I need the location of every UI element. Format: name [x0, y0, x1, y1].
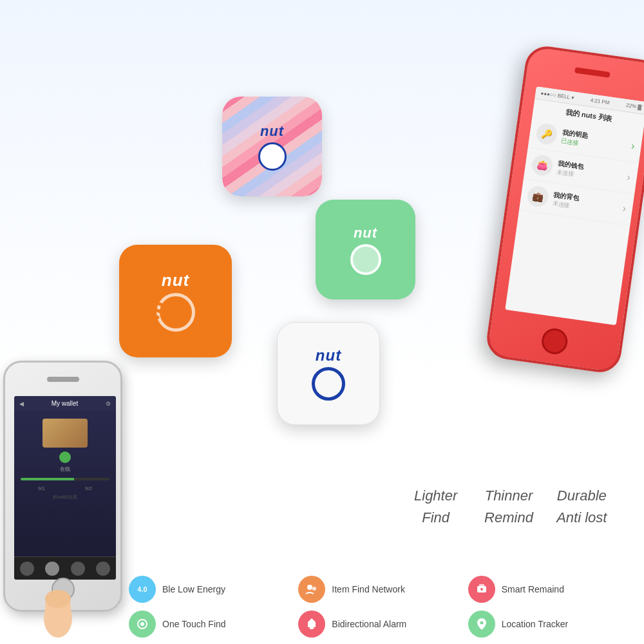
alarm-icon-circle	[298, 611, 325, 638]
icons-area: 4.0 Ble Low Energy Item Find Network	[129, 576, 638, 638]
network-label: Item Find Network	[332, 584, 405, 594]
phone-left-screen: ◀ My wallet ⚙ 在线 9/1 9/2 的nut的位置	[14, 396, 116, 580]
right-list-chevron-2: ›	[626, 171, 631, 184]
ble-label: Ble Low Energy	[162, 584, 225, 594]
icon-item-alarm: Bidirectional Alarm	[298, 611, 468, 638]
nut-label-white: nut	[316, 346, 341, 365]
nut-label-green: nut	[354, 225, 377, 242]
svg-rect-11	[310, 627, 314, 629]
svg-point-3	[45, 590, 71, 608]
svg-point-10	[140, 622, 144, 626]
phone-right-home-button[interactable]	[540, 327, 569, 355]
app-status: 的nut的位置	[18, 494, 112, 500]
wifi-signal-icon	[132, 283, 174, 328]
feature-antilost: Anti lost	[545, 509, 618, 526]
feature-thinner: Thinner	[472, 488, 545, 504]
nut-circle-white	[312, 367, 345, 401]
feature-remind: Remind	[472, 509, 545, 526]
features-row-2: Find Remind Anti lost	[399, 509, 618, 526]
icon-item-touch: One Touch Find	[129, 611, 298, 638]
nut-label-striped: nut	[260, 123, 284, 140]
ble-icon-label: 4.0	[137, 585, 147, 593]
svg-rect-7	[479, 584, 484, 587]
svg-point-8	[480, 588, 483, 591]
icon-item-ble: 4.0 Ble Low Energy	[129, 576, 298, 603]
nut-tile-white: nut	[277, 322, 380, 425]
right-list-chevron-1: ›	[630, 140, 636, 153]
app-content: 在线 9/1 9/2 的nut的位置	[14, 411, 116, 506]
nut-tile-striped: nut	[222, 97, 322, 196]
right-list-icon-1: 🔑	[535, 122, 558, 146]
phone-right-screen: ●●●○○ BELL ▾ 4:21 PM 22% ▓ 我的 nuts 列表 🔑 …	[505, 86, 644, 325]
nut-circle-striped	[258, 142, 287, 171]
feature-find: Find	[399, 509, 472, 526]
right-list-text-2: 我的钱包 未连接	[556, 159, 623, 185]
phone-left: ◀ My wallet ⚙ 在线 9/1 9/2 的nut的位置	[0, 361, 126, 625]
svg-point-5	[312, 587, 316, 591]
main-scene: nut nut nut nut ◀	[0, 0, 644, 644]
tracker-icon-circle	[468, 611, 495, 638]
finger-hand	[39, 573, 77, 638]
smart-icon-circle	[468, 576, 495, 603]
ble-icon-circle: 4.0	[129, 576, 156, 603]
phone-right-speaker	[574, 67, 611, 78]
app-header-title: My wallet	[52, 400, 79, 407]
right-list-text-1: 我的钥匙 已连接	[561, 128, 627, 154]
feature-durable: Durable	[545, 488, 618, 504]
right-list-text-3: 我的背包 未连接	[552, 190, 618, 216]
icon-row-1: 4.0 Ble Low Energy Item Find Network	[129, 576, 638, 603]
phone-right-body: ●●●○○ BELL ▾ 4:21 PM 22% ▓ 我的 nuts 列表 🔑 …	[484, 44, 644, 375]
touch-icon-circle	[129, 611, 156, 638]
network-icon-circle	[298, 576, 325, 603]
smart-label: Smart Remaind	[502, 584, 564, 594]
nut-circle-green	[350, 244, 381, 275]
touch-label: One Touch Find	[162, 619, 226, 629]
phone-left-screen-content: ◀ My wallet ⚙ 在线 9/1 9/2 的nut的位置	[14, 396, 116, 580]
alarm-label: Bidirectional Alarm	[332, 619, 406, 629]
svg-point-0	[150, 318, 155, 323]
right-list-chevron-3: ›	[621, 203, 627, 215]
phone-right: ●●●○○ BELL ▾ 4:21 PM 22% ▓ 我的 nuts 列表 🔑 …	[502, 52, 644, 374]
icon-row-2: One Touch Find Bidirectional Alarm	[129, 611, 638, 638]
right-list-icon-3: 💼	[526, 185, 549, 208]
feature-lighter: Lighter	[399, 488, 472, 504]
app-header: ◀ My wallet ⚙	[14, 396, 116, 411]
nav-dot-4	[96, 562, 110, 576]
features-row-1: Lighter Thinner Durable	[399, 488, 618, 504]
icon-item-tracker: Location Tracker	[468, 611, 638, 638]
phone-left-speaker	[47, 377, 79, 382]
icon-item-network: Item Find Network	[298, 576, 468, 603]
features-area: Lighter Thinner Durable Find Remind Anti…	[399, 488, 618, 531]
nut-tile-green: nut	[316, 200, 415, 299]
right-list-icon-2: 👛	[531, 154, 554, 177]
svg-point-4	[307, 585, 312, 590]
svg-point-12	[480, 621, 483, 625]
icon-item-smart: Smart Remaind	[468, 576, 638, 603]
nav-dot-1	[20, 562, 34, 576]
tracker-label: Location Tracker	[502, 619, 569, 629]
